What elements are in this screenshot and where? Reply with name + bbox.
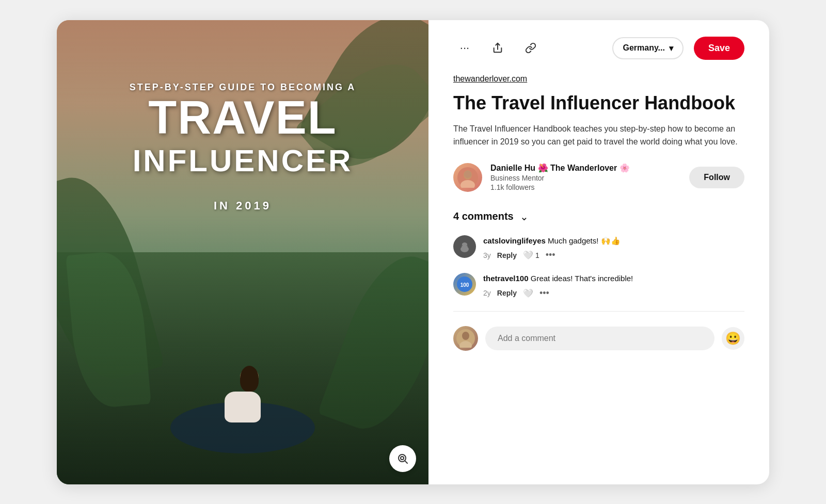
share-button[interactable] (486, 37, 509, 59)
top-toolbar: ··· Germany... ▾ Save (453, 37, 744, 60)
pin-title: The Travel Influencer Handbook (453, 92, 744, 114)
board-label: Germany... (623, 43, 665, 53)
comment-age-2: 2y (483, 289, 491, 297)
comment-username-1: catslovinglifeyes (483, 236, 546, 245)
svg-line-1 (405, 461, 407, 463)
comment-message-2: Great ideas! That's incredible! (531, 274, 633, 283)
add-comment-input[interactable] (485, 327, 714, 350)
person-silhouette (225, 368, 261, 422)
person-hair (240, 366, 259, 392)
image-text-overlay: Step-by-Step Guide to Becoming a TRAVEL … (88, 82, 398, 213)
save-button[interactable]: Save (694, 37, 744, 60)
comments-header[interactable]: 4 comments ⌄ (453, 210, 744, 223)
pin-detail-card: Step-by-Step Guide to Becoming a TRAVEL … (57, 20, 769, 484)
svg-text:100: 100 (460, 282, 469, 288)
travel100-avatar-image: 100 (457, 277, 472, 292)
comment-more-button-2[interactable]: ••• (539, 288, 549, 299)
current-user-avatar (453, 326, 478, 351)
image-year: IN 2019 (88, 199, 398, 213)
comment-age-1: 3y (483, 251, 491, 259)
svg-point-2 (401, 457, 404, 460)
pin-description: The Travel Influencer Handbook teaches y… (453, 122, 744, 149)
comment-body-2: thetravel100 Great ideas! That's incredi… (483, 273, 744, 299)
emoji-button[interactable]: 😀 (722, 327, 744, 350)
copy-link-button[interactable] (519, 37, 542, 59)
emoji-icon: 😀 (725, 331, 741, 346)
image-main-title-line2: INFLUENCER (88, 143, 398, 178)
like-icon-2[interactable]: 🤍 (523, 288, 533, 298)
comment-username-2: thetravel100 (483, 274, 529, 283)
pin-info-panel: ··· Germany... ▾ Save (428, 20, 769, 484)
comment-text-2: thetravel100 Great ideas! That's incredi… (483, 273, 744, 285)
comment-more-button-1[interactable]: ••• (546, 250, 555, 261)
author-avatar-image (457, 167, 478, 188)
comment-message-1: Much gadgets! 🙌👍 (548, 236, 621, 245)
svg-point-10 (462, 242, 468, 249)
current-user-avatar-image (456, 329, 475, 348)
reply-button-1[interactable]: Reply (497, 251, 517, 259)
more-icon: ··· (460, 41, 469, 55)
author-name: Danielle Hu 🌺 The Wanderlover 🌸 (490, 163, 681, 173)
source-link[interactable]: thewanderlover.com (453, 74, 527, 84)
commenter-avatar-1 (453, 235, 476, 258)
comments-expand-icon: ⌄ (520, 210, 529, 223)
comment-body-1: catslovinglifeyes Much gadgets! 🙌👍 3y Re… (483, 235, 744, 261)
follow-button[interactable]: Follow (689, 167, 744, 188)
divider (453, 311, 744, 312)
comment-item: catslovinglifeyes Much gadgets! 🙌👍 3y Re… (453, 235, 744, 261)
author-info: Danielle Hu 🌺 The Wanderlover 🌸 Business… (490, 163, 681, 191)
board-selector-button[interactable]: Germany... ▾ (612, 37, 684, 59)
comment-actions-1: 3y Reply 🤍 1 ••• (483, 250, 744, 261)
share-icon (492, 42, 503, 54)
author-avatar (453, 163, 482, 192)
image-main-title-line1: TRAVEL (88, 97, 398, 139)
cat-avatar-image (457, 239, 472, 254)
comment-text-1: catslovinglifeyes Much gadgets! 🙌👍 (483, 235, 744, 247)
author-role: Business Mentor (490, 174, 681, 182)
comment-actions-2: 2y Reply 🤍 ••• (483, 288, 744, 299)
like-row-2: 🤍 (523, 288, 533, 298)
comment-item: 100 thetravel100 Great ideas! That's inc… (453, 273, 744, 299)
commenter-avatar-2: 100 (453, 273, 476, 296)
svg-point-16 (462, 332, 469, 340)
author-row: Danielle Hu 🌺 The Wanderlover 🌸 Business… (453, 163, 744, 192)
svg-point-0 (399, 454, 406, 462)
like-icon-1[interactable]: 🤍 (523, 250, 533, 260)
link-icon (525, 42, 536, 54)
chevron-down-icon: ▾ (669, 43, 673, 53)
pin-image-panel: Step-by-Step Guide to Becoming a TRAVEL … (57, 20, 428, 484)
author-followers: 1.1k followers (490, 183, 681, 191)
like-row-1: 🤍 1 (523, 250, 539, 260)
more-options-button[interactable]: ··· (453, 37, 476, 59)
reply-button-2[interactable]: Reply (497, 289, 517, 297)
image-subtitle: Step-by-Step Guide to Becoming a (88, 82, 398, 93)
svg-point-7 (464, 171, 471, 178)
visual-search-button[interactable] (389, 445, 416, 472)
comments-count: 4 comments (453, 210, 514, 222)
like-count-1: 1 (535, 251, 539, 259)
person-body (225, 392, 261, 422)
add-comment-row: 😀 (453, 326, 744, 351)
